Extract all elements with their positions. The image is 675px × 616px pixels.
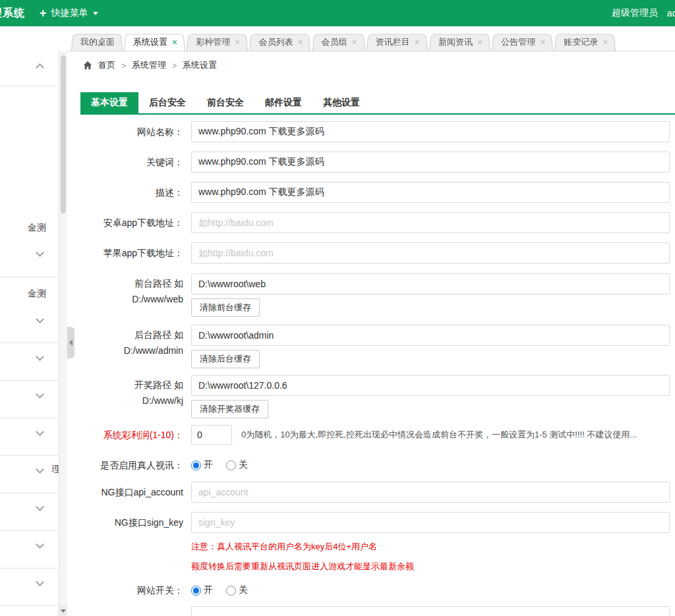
- sidebar-divider: [0, 568, 58, 569]
- tab-my-desktop[interactable]: 我的桌面: [71, 33, 123, 51]
- clear-lottery-cache-button[interactable]: 清除开奖器缓存: [191, 400, 268, 418]
- close-icon[interactable]: [540, 38, 545, 47]
- brand-title: 管理系统: [0, 0, 25, 26]
- front-path-input[interactable]: [191, 273, 670, 294]
- sidebar-divider: [0, 418, 58, 418]
- form-row: 安卓app下载地址：: [80, 212, 670, 233]
- profit-label: 系统彩利润(1-10)：: [80, 425, 191, 445]
- tab-announcements[interactable]: 公告管理: [492, 33, 553, 51]
- site-name-input[interactable]: [191, 121, 670, 142]
- quick-menu-label: 快捷菜单: [51, 7, 88, 19]
- top-bar: 管理系统 快捷菜单 超级管理员 admin: [0, 0, 675, 26]
- ios-app-url-label: 苹果app下载地址：: [80, 242, 191, 264]
- chevron-down-icon[interactable]: [36, 315, 44, 323]
- tab-member-group[interactable]: 会员组: [312, 33, 365, 51]
- close-icon[interactable]: [352, 38, 357, 47]
- close-icon[interactable]: [477, 38, 483, 47]
- tab-news[interactable]: 新闻资讯: [429, 33, 490, 51]
- close-icon[interactable]: [415, 38, 420, 47]
- tab-account-changes[interactable]: 账变记录: [554, 33, 616, 51]
- scroll-down-button[interactable]: [59, 605, 67, 616]
- breadcrumb-home[interactable]: 首页: [98, 59, 115, 71]
- ng-api-account-input[interactable]: [191, 482, 670, 503]
- form-row: 网站开关： 开 关: [80, 583, 670, 598]
- close-icon[interactable]: [235, 38, 240, 47]
- sidebar-item-label[interactable]: 金测: [28, 222, 46, 234]
- breadcrumb-system-settings: 系统设置: [183, 59, 217, 71]
- bottom-clipped-input[interactable]: [191, 606, 670, 616]
- chevron-up-icon[interactable]: [36, 63, 44, 72]
- site-switch-off-radio[interactable]: 关: [226, 584, 248, 596]
- chevron-down-icon[interactable]: [36, 465, 44, 474]
- profit-input[interactable]: [191, 425, 232, 445]
- tab-system-settings[interactable]: 系统设置: [124, 33, 185, 51]
- sidebar-item-label[interactable]: 金测: [28, 288, 46, 300]
- form-row: 开奖路径 如 D:/www/kj 清除开奖器缓存: [80, 375, 670, 418]
- chevron-down-icon[interactable]: [36, 352, 44, 361]
- chevron-down-icon[interactable]: [36, 578, 44, 586]
- chevron-down-icon[interactable]: [36, 248, 44, 257]
- sidebar-divider: [0, 530, 58, 531]
- tab-info-columns[interactable]: 资讯栏目: [367, 33, 428, 51]
- site-name-label: 网站名称：: [80, 121, 191, 142]
- chevron-down-icon[interactable]: [36, 540, 44, 549]
- close-icon[interactable]: [297, 38, 303, 47]
- bottom-clipped-label: [80, 606, 191, 616]
- form-row: 描述：: [80, 182, 670, 203]
- lottery-path-input[interactable]: [191, 375, 670, 396]
- sidebar-divider: [0, 605, 58, 606]
- arrow-left-icon: [69, 339, 73, 346]
- scrollbar-thumb[interactable]: [61, 55, 66, 213]
- site-switch-on-radio[interactable]: 开: [191, 584, 213, 596]
- android-app-url-input[interactable]: [191, 212, 670, 233]
- admin-path-input[interactable]: [191, 325, 670, 346]
- live-video-off-radio[interactable]: 关: [226, 459, 248, 471]
- clear-front-cache-button[interactable]: 清除前台缓存: [191, 298, 260, 317]
- radio-icon: [191, 586, 201, 596]
- keywords-label: 关键词：: [80, 152, 191, 173]
- settings-form: 网站名称： 关键词： 描述： 安卓app下载地址： 苹果app下载地址：: [80, 116, 670, 616]
- form-row: 是否启用真人视讯： 开 关: [80, 458, 670, 472]
- sidebar: 金测 金测 理: [0, 26, 67, 616]
- sidebar-divider: [0, 493, 58, 493]
- arrow-down-icon: [61, 609, 66, 613]
- admin-path-label: 后台路径 如 D:/www/admin: [80, 325, 191, 368]
- android-app-url-label: 安卓app下载地址：: [80, 212, 191, 233]
- tab-basic-settings[interactable]: 基本设置: [80, 92, 138, 113]
- tab-backend-security[interactable]: 后台安全: [138, 92, 196, 113]
- tab-frontend-security[interactable]: 前台安全: [196, 92, 254, 113]
- user-role-label: 超级管理员: [612, 7, 658, 19]
- sidebar-collapse-handle[interactable]: [67, 327, 74, 358]
- tab-email-settings[interactable]: 邮件设置: [254, 92, 312, 113]
- sign-key-note-2: 额度转换后需要重新从视讯页面进入游戏才能显示最新余额: [191, 561, 670, 573]
- sidebar-divider: [0, 277, 58, 277]
- tab-other-settings[interactable]: 其他设置: [312, 92, 370, 113]
- description-input[interactable]: [191, 182, 670, 203]
- tab-lottery-management[interactable]: 彩种管理: [187, 33, 248, 51]
- breadcrumb-separator: [172, 61, 177, 70]
- chevron-down-icon[interactable]: [36, 390, 44, 399]
- close-icon[interactable]: [172, 38, 177, 47]
- live-video-on-radio[interactable]: 开: [191, 459, 213, 471]
- form-row: 网站名称：: [80, 121, 670, 142]
- close-icon[interactable]: [602, 38, 608, 47]
- form-row: NG接口api_account: [80, 482, 670, 503]
- form-row: NG接口sign_key 注意：真人视讯平台的用户名为key后4位+用户名 额度…: [80, 512, 670, 573]
- form-row: 前台路径 如 D:/www/web 清除前台缓存: [80, 273, 670, 317]
- sidebar-scrollbar[interactable]: [59, 51, 67, 616]
- chevron-down-icon[interactable]: [36, 428, 44, 436]
- ng-sign-key-input[interactable]: [191, 512, 670, 533]
- site-switch-label: 网站开关：: [80, 583, 191, 598]
- breadcrumb-system-management[interactable]: 系统管理: [132, 59, 166, 71]
- page: 管理系统 快捷菜单 超级管理员 admin 金测 金测 理: [0, 0, 675, 616]
- live-video-label: 是否启用真人视讯：: [80, 458, 191, 472]
- user-area[interactable]: 超级管理员 admin: [612, 0, 675, 26]
- keywords-input[interactable]: [191, 152, 670, 173]
- clear-admin-cache-button[interactable]: 清除后台缓存: [191, 350, 260, 368]
- tab-member-list[interactable]: 会员列表: [249, 33, 310, 51]
- ng-sign-key-label: NG接口sign_key: [80, 512, 191, 573]
- quick-menu-button[interactable]: 快捷菜单: [40, 0, 98, 26]
- ios-app-url-input[interactable]: [191, 242, 670, 264]
- form-row: 后台路径 如 D:/www/admin 清除后台缓存: [80, 325, 670, 368]
- chevron-down-icon[interactable]: [36, 503, 44, 511]
